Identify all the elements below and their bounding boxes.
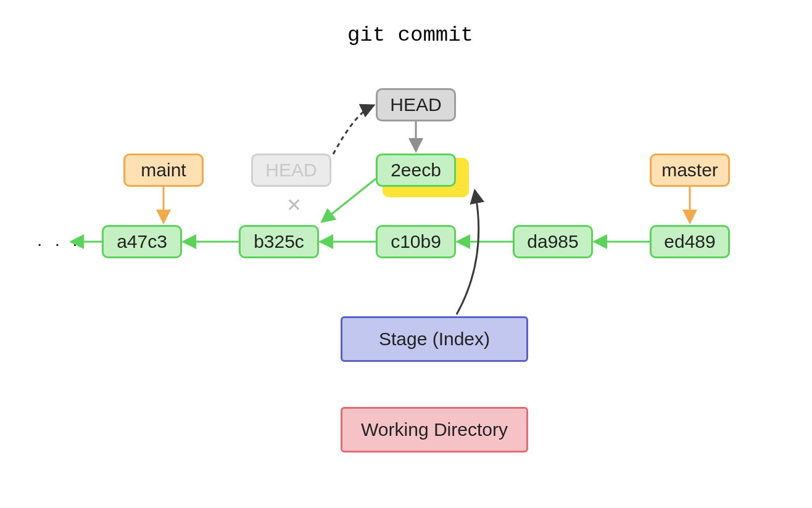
history-ellipsis: · · · [37,233,81,254]
commit-ed489: ed489 [650,225,730,258]
branch-master: master [650,154,730,187]
commit-da985: da985 [513,225,593,258]
ghost-x-icon: ✕ [286,194,302,216]
commit-b325c: b325c [239,225,319,258]
arrow-head-move [333,106,372,154]
head-current: HEAD [376,88,456,121]
diagram-title: git commit [333,23,487,47]
head-previous: HEAD [251,154,331,187]
commit-c10b9: c10b9 [376,225,456,258]
branch-maint: maint [123,154,204,187]
commit-2eecb: 2eecb [376,154,456,187]
commit-a47c3: a47c3 [102,225,182,258]
stage-index-box: Stage (Index) [341,316,528,362]
diagram-canvas: git commit · · · a47c3 b325c c10b9 da985… [0,0,812,508]
working-directory-box: Working Directory [341,407,528,453]
arrow-stage-to-2eecb [457,192,479,314]
arrow-2eecb-to-b325c [323,179,376,221]
